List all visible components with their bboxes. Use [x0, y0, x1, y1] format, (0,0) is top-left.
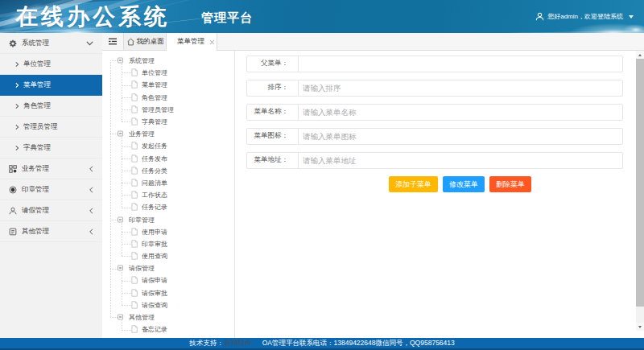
sidebar-item-label: 菜单管理: [23, 80, 51, 90]
tree-node-label: 使用查询: [142, 252, 167, 261]
tree-node-系统管理[interactable]: 系统管理: [102, 55, 234, 67]
sidebar-item-label: 印章管理: [22, 185, 49, 195]
field-input-4[interactable]: [298, 153, 622, 168]
tree-collapse-icon[interactable]: [118, 216, 123, 222]
file-icon: [131, 93, 138, 101]
tab-close-icon[interactable]: [209, 39, 215, 45]
tree-connector-line: [122, 305, 131, 306]
sidebar-item-5[interactable]: 字典管理: [0, 138, 102, 159]
tree-node-label: 请假查询: [142, 300, 167, 309]
expand-arrow-icon: [89, 228, 93, 235]
tree-node-label: 印章管理: [129, 215, 155, 224]
tree-collapse-icon[interactable]: [118, 315, 123, 320]
footer-bar: 技术支持：新翔软件OA管理平台联系电话：13849422648微信同号，QQ95…: [0, 338, 644, 350]
sidebar-nav: 系统管理单位管理菜单管理角色管理管理员管理字典管理业务管理印章管理请假管理其他管…: [0, 33, 102, 338]
tree-connector-line: [122, 195, 131, 196]
tree-node-label: 任务记录: [142, 203, 167, 212]
stamp-icon: [9, 186, 17, 194]
form-row-2: 菜单名称：: [246, 104, 623, 121]
form-buttons: 添加子菜单修改菜单删除菜单: [389, 176, 531, 192]
sidebar-item-9[interactable]: 其他管理: [0, 221, 102, 242]
field-input-1[interactable]: [298, 80, 622, 96]
sidebar-item-1[interactable]: 单位管理: [0, 54, 102, 75]
field-label: 父菜单：: [247, 59, 298, 68]
sidebar-item-label: 系统管理: [22, 39, 49, 48]
sidebar-item-label: 其他管理: [22, 227, 49, 237]
tree-node-请假管理[interactable]: 请假管理: [102, 262, 234, 274]
sidebar-item-3[interactable]: 角色管理: [0, 96, 102, 117]
tree-connector-line: [122, 208, 131, 208]
expand-arrow-icon: [89, 207, 93, 214]
form-row-1: 排序：: [246, 80, 623, 97]
sidebar-item-label: 角色管理: [23, 101, 51, 111]
tree-connector-line: [122, 146, 131, 147]
tree-node-印章管理[interactable]: 印章管理: [102, 213, 234, 225]
tree-node-label: 管理员管理: [142, 105, 174, 113]
sidebar-item-0[interactable]: 系统管理: [0, 33, 102, 54]
sidebar-item-2[interactable]: 菜单管理: [0, 75, 102, 96]
sidebar-item-8[interactable]: 请假管理: [0, 200, 102, 221]
form-row-3: 菜单图标：: [246, 128, 623, 145]
modify-menu-button[interactable]: 修改菜单: [443, 176, 485, 192]
expand-arrow-icon: [89, 165, 93, 172]
sidebar-item-6[interactable]: 业务管理: [0, 159, 102, 179]
expand-arrow-icon: [89, 186, 93, 193]
scroll-down-icon[interactable]: [636, 323, 644, 331]
file-icon: [131, 240, 138, 248]
modules-icon: [9, 165, 17, 173]
triangle-down-icon: [638, 326, 642, 328]
footer-vendor-link[interactable]: 新翔软件: [225, 339, 252, 348]
menu-tree-panel: 系统管理单位管理菜单管理角色管理管理员管理字典管理业务管理发起任务任务发布任务分…: [102, 51, 235, 338]
file-icon: [131, 154, 138, 163]
tab-label: 我的桌面: [137, 37, 164, 47]
delete-menu-button[interactable]: 删除菜单: [489, 176, 531, 192]
tree-node-label: 使用申请: [142, 227, 167, 236]
tree-connector-line: [122, 85, 131, 86]
tree-node-业务管理[interactable]: 业务管理: [102, 128, 234, 140]
app-window: 在线办公系统 管理平台 您好admin，欢迎登陆系统 系统管理单位管理菜单管理角…: [0, 0, 644, 350]
field-input-3[interactable]: [298, 129, 622, 144]
tree-connector-line: [122, 159, 131, 159]
tree-node-label: 工作状态: [142, 191, 167, 200]
tree-connector-line: [122, 244, 131, 245]
form-row-4: 菜单地址：: [246, 152, 623, 169]
tree-connector-line: [122, 121, 131, 122]
form-row-0: 父菜单：: [246, 56, 623, 72]
sidebar-item-4[interactable]: 管理员管理: [0, 117, 102, 138]
tree-node-其他管理[interactable]: 其他管理: [102, 311, 234, 323]
sidebar-item-7[interactable]: 印章管理: [0, 179, 102, 200]
tree-node-label: 其他管理: [129, 313, 155, 322]
tree-node-label: 系统管理: [129, 56, 155, 65]
tree-node-label: 菜单管理: [142, 80, 167, 89]
user-menu[interactable]: 您好admin，欢迎登陆系统: [535, 0, 634, 33]
tab-my-desktop[interactable]: 我的桌面: [123, 33, 167, 50]
app-subtitle: 管理平台: [201, 10, 253, 26]
field-input-0[interactable]: [298, 56, 622, 72]
scroll-up-icon[interactable]: [636, 51, 644, 59]
tree-connector-line: [110, 60, 118, 61]
tree-node-label: 角色管理: [142, 93, 167, 101]
sidebar-toggle-icon[interactable]: [107, 33, 119, 50]
submenu-arrow-icon: [15, 82, 19, 88]
tree-connector-line: [122, 256, 131, 257]
file-icon: [131, 276, 138, 284]
tree-collapse-icon[interactable]: [118, 266, 123, 271]
tree-connector-line: [122, 281, 131, 282]
tree-connector-line: [122, 97, 131, 98]
vertical-scrollbar[interactable]: [636, 51, 644, 331]
tree-collapse-icon[interactable]: [118, 58, 123, 64]
collapse-arrow-icon: [86, 41, 93, 46]
file-icon: [131, 203, 138, 211]
sidebar-item-label: 管理员管理: [23, 122, 58, 132]
scrollbar-thumb[interactable]: [636, 59, 644, 307]
add-submenu-button[interactable]: 添加子菜单: [389, 176, 438, 192]
field-input-2[interactable]: [298, 105, 622, 120]
tree-connector-line: [110, 134, 118, 134]
tab-menu-management[interactable]: 菜单管理: [167, 33, 217, 51]
file-icon: [131, 105, 138, 113]
tree-connector-line: [122, 72, 131, 73]
triangle-up-icon: [638, 54, 642, 56]
tree-connector-line: [122, 183, 131, 183]
field-label: 菜单名称：: [247, 107, 298, 117]
tree-collapse-icon[interactable]: [118, 131, 123, 137]
